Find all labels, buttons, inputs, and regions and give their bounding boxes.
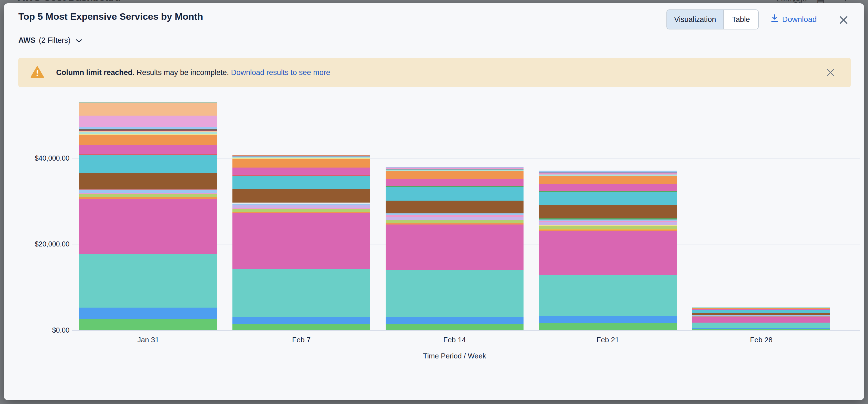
bar-segment[interactable] — [539, 226, 677, 229]
bar-segment[interactable] — [79, 319, 217, 330]
bar-segment[interactable] — [232, 324, 370, 330]
bar-segment[interactable] — [232, 159, 370, 167]
bar-segment[interactable] — [385, 217, 524, 220]
bar-segment[interactable] — [385, 220, 524, 223]
bar-segment[interactable] — [692, 313, 830, 315]
bar-segment[interactable] — [539, 275, 677, 316]
bar-segment[interactable] — [232, 269, 370, 317]
bar-segment[interactable] — [692, 329, 830, 330]
background-page-title: AWS Cost Dashboard — [18, 0, 121, 3]
bar-segment[interactable] — [539, 323, 677, 330]
bar-segment[interactable] — [232, 213, 370, 269]
bar-segment[interactable] — [385, 317, 524, 324]
bar-segment[interactable] — [232, 317, 370, 324]
stacked-bar-chart: $40,000.00 $20,000.00 $0.00 Jan 31Feb 7F… — [4, 3, 864, 400]
x-tick-feb-21: Feb 21 — [539, 336, 677, 344]
bar-segment[interactable] — [539, 316, 677, 323]
bar-jan-31[interactable] — [79, 103, 217, 330]
dimmed-page-left — [0, 0, 4, 404]
bar-segment[interactable] — [692, 310, 830, 312]
bar-segment[interactable] — [539, 205, 677, 218]
bar-segment[interactable] — [539, 184, 677, 191]
bar-segment[interactable] — [79, 135, 217, 145]
x-tick-jan-31: Jan 31 — [79, 336, 217, 344]
bar-feb-7[interactable] — [232, 155, 370, 330]
bar-segment[interactable] — [385, 225, 524, 270]
bar-segment[interactable] — [385, 324, 524, 330]
dimmed-page-top: AWS Cost Dashboard 20m ago ⟳ ▤ ⋮ — [0, 0, 868, 3]
x-tick-feb-7: Feb 7 — [232, 336, 370, 344]
y-tick-0: $0.00 — [4, 326, 69, 334]
background-toolbar-icons: ⟳ ▤ ⋮ — [793, 0, 857, 3]
bar-segment[interactable] — [539, 176, 677, 184]
x-axis-line — [72, 330, 860, 331]
x-axis-title: Time Period / Week — [61, 352, 848, 360]
y-tick-40000: $40,000.00 — [4, 154, 69, 162]
bar-segment[interactable] — [539, 222, 677, 225]
x-tick-feb-14: Feb 14 — [385, 336, 524, 344]
bar-segment[interactable] — [79, 199, 217, 254]
bar-segment[interactable] — [79, 190, 217, 193]
bar-segment[interactable] — [232, 205, 370, 208]
bar-segment[interactable] — [79, 145, 217, 154]
bar-segment[interactable] — [79, 155, 217, 173]
bar-segment[interactable] — [79, 103, 217, 115]
dimmed-page-bottom — [0, 400, 868, 404]
bar-segment[interactable] — [232, 176, 370, 189]
report-modal: Top 5 Most Expensive Services by Month A… — [4, 3, 864, 400]
bar-segment[interactable] — [79, 254, 217, 308]
bar-segment[interactable] — [385, 171, 524, 179]
bar-segment[interactable] — [79, 308, 217, 319]
bar-segment[interactable] — [385, 179, 524, 186]
bar-feb-21[interactable] — [539, 171, 677, 330]
bar-segment[interactable] — [385, 270, 524, 317]
bar-feb-28[interactable] — [692, 307, 830, 330]
bar-segment[interactable] — [232, 189, 370, 202]
bar-segment[interactable] — [692, 323, 830, 328]
bar-segment[interactable] — [539, 231, 677, 276]
bar-segment[interactable] — [385, 187, 524, 201]
bar-feb-14[interactable] — [385, 167, 524, 330]
y-tick-20000: $20,000.00 — [4, 240, 69, 248]
bar-segment[interactable] — [539, 192, 677, 205]
bar-segment[interactable] — [79, 194, 217, 197]
bar-segment[interactable] — [232, 209, 370, 212]
bar-segment[interactable] — [232, 168, 370, 175]
dimmed-page-right — [864, 0, 868, 404]
bar-segment[interactable] — [539, 171, 677, 173]
x-tick-feb-28: Feb 28 — [692, 336, 830, 344]
bar-segment[interactable] — [79, 115, 217, 127]
bar-segment[interactable] — [79, 173, 217, 190]
bar-segment[interactable] — [79, 132, 217, 134]
bar-segment[interactable] — [385, 201, 524, 213]
bar-segment[interactable] — [692, 316, 830, 323]
